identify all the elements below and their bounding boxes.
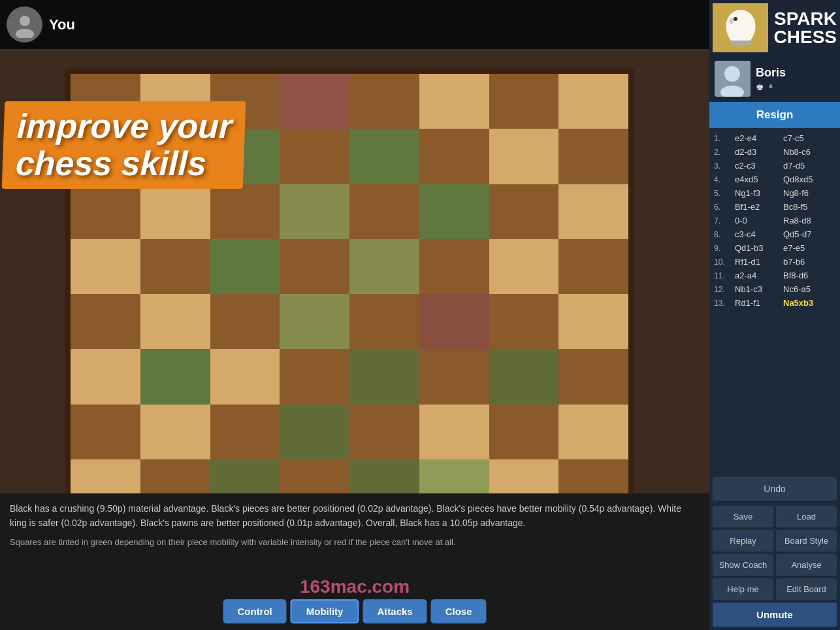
move-black[interactable]: Qd8xd5	[783, 174, 830, 184]
move-white[interactable]: e4xd5	[735, 174, 782, 184]
board-cell-f1[interactable]	[419, 459, 489, 493]
board-cell-d8[interactable]	[280, 74, 349, 129]
board-cell-d4[interactable]	[280, 294, 349, 349]
move-white[interactable]: d2-d3	[735, 147, 782, 157]
move-black[interactable]: Qd5-d7	[783, 229, 830, 239]
move-white[interactable]: e2-e4	[735, 133, 782, 143]
board-cell-h6[interactable]	[558, 184, 628, 239]
board-cell-c6[interactable]	[210, 184, 280, 239]
board-cell-e8[interactable]	[349, 74, 419, 129]
board-cell-h3[interactable]	[558, 349, 628, 404]
board-cell-d1[interactable]	[280, 459, 349, 493]
edit-board-button[interactable]: Edit Board	[776, 578, 837, 600]
board-cell-c5[interactable]	[210, 239, 280, 294]
board-cell-b5[interactable]	[140, 239, 210, 294]
unmute-button[interactable]: Unmute	[713, 603, 837, 627]
move-white[interactable]: Qd1-b3	[735, 243, 782, 253]
move-white[interactable]: c3-c4	[735, 229, 782, 239]
board-cell-c4[interactable]	[210, 294, 280, 349]
board-cell-b1[interactable]	[140, 459, 210, 493]
help-me-button[interactable]: Help me	[713, 578, 773, 600]
move-row[interactable]: 13.Rd1-f1Na5xb3	[713, 296, 837, 310]
move-white[interactable]: Nb1-c3	[735, 284, 782, 294]
move-black[interactable]: Nb8-c6	[783, 147, 830, 157]
board-cell-b4[interactable]	[140, 294, 210, 349]
board-cell-a1[interactable]	[71, 459, 140, 493]
board-cell-b2[interactable]	[140, 405, 210, 459]
board-cell-h7[interactable]	[558, 129, 628, 184]
move-black[interactable]: d7-d5	[783, 161, 830, 171]
board-style-button[interactable]: Board Style	[776, 530, 837, 552]
mobility-button[interactable]: Mobility	[291, 599, 359, 623]
move-row[interactable]: 4.e4xd5Qd8xd5	[713, 173, 837, 186]
close-button[interactable]: Close	[431, 599, 487, 623]
board-cell-g2[interactable]	[489, 405, 559, 459]
board-cell-b6[interactable]	[140, 184, 210, 239]
board-cell-e6[interactable]	[349, 184, 419, 239]
move-white[interactable]: Rf1-d1	[735, 257, 782, 267]
board-cell-a6[interactable]	[71, 184, 140, 239]
board-cell-d3[interactable]	[280, 349, 349, 404]
move-row[interactable]: 10.Rf1-d1b7-b6	[713, 255, 837, 269]
board-cell-f7[interactable]	[419, 129, 489, 184]
move-white[interactable]: Rd1-f1	[735, 298, 782, 308]
board-cell-g4[interactable]	[489, 294, 559, 349]
board-cell-h1[interactable]	[558, 459, 628, 493]
moves-list[interactable]: 1.e2-e4c7-c52.d2-d3Nb8-c63.c2-c3d7-d54.e…	[709, 128, 840, 474]
board-cell-c3[interactable]	[210, 349, 280, 404]
move-row[interactable]: 3.c2-c3d7-d5	[713, 159, 837, 173]
move-black[interactable]: b7-b6	[783, 257, 830, 267]
board-cell-f5[interactable]	[419, 239, 489, 294]
board-cell-d7[interactable]	[280, 129, 349, 184]
show-coach-button[interactable]: Show Coach	[713, 554, 773, 576]
undo-button[interactable]: Undo	[713, 477, 837, 501]
board-cell-g6[interactable]	[489, 184, 559, 239]
move-row[interactable]: 11.a2-a4Bf8-d6	[713, 269, 837, 282]
move-row[interactable]: 6.Bf1-e2Bc8-f5	[713, 200, 837, 214]
board-cell-e7[interactable]	[349, 129, 419, 184]
move-row[interactable]: 2.d2-d3Nb8-c6	[713, 145, 837, 159]
analyse-button[interactable]: Analyse	[776, 554, 837, 576]
move-row[interactable]: 7.0-0Ra8-d8	[713, 214, 837, 227]
load-button[interactable]: Load	[776, 506, 837, 527]
board-cell-f6[interactable]	[419, 184, 489, 239]
board-cell-f3[interactable]	[419, 349, 489, 404]
board-cell-d5[interactable]	[280, 239, 349, 294]
move-white[interactable]: 0-0	[735, 216, 782, 225]
board-cell-e5[interactable]	[349, 239, 419, 294]
board-cell-c1[interactable]	[210, 459, 280, 493]
move-black[interactable]: Ng8-f6	[783, 188, 830, 198]
board-cell-g3[interactable]	[489, 349, 559, 404]
move-row[interactable]: 5.Ng1-f3Ng8-f6	[713, 186, 837, 200]
move-row[interactable]: 9.Qd1-b3e7-e5	[713, 241, 837, 255]
attacks-button[interactable]: Attacks	[363, 599, 427, 623]
board-cell-g5[interactable]	[489, 239, 559, 294]
board-cell-h5[interactable]	[558, 239, 628, 294]
move-white[interactable]: c2-c3	[735, 161, 782, 171]
replay-button[interactable]: Replay	[713, 530, 773, 552]
board-cell-d6[interactable]	[280, 184, 349, 239]
board-cell-a3[interactable]	[71, 349, 140, 404]
board-cell-g1[interactable]	[489, 459, 559, 493]
board-cell-f2[interactable]	[419, 405, 489, 459]
move-white[interactable]: Bf1-e2	[735, 202, 782, 212]
board-cell-e2[interactable]	[349, 405, 419, 459]
move-black[interactable]: Bc8-f5	[783, 202, 830, 212]
board-cell-f8[interactable]	[419, 74, 489, 129]
move-black[interactable]: e7-e5	[783, 243, 830, 253]
board-cell-a2[interactable]	[71, 405, 140, 459]
move-black[interactable]: Bf8-d6	[783, 271, 830, 280]
board-cell-g7[interactable]	[489, 129, 559, 184]
control-button[interactable]: Control	[223, 599, 286, 623]
move-black[interactable]: c7-c5	[783, 133, 830, 143]
board-cell-e1[interactable]	[349, 459, 419, 493]
move-black[interactable]: Ra8-d8	[783, 216, 830, 225]
board-cell-e3[interactable]	[349, 349, 419, 404]
board-cell-g8[interactable]	[489, 74, 559, 129]
move-row[interactable]: 12.Nb1-c3Nc6-a5	[713, 282, 837, 296]
board-cell-h4[interactable]	[558, 294, 628, 349]
board-cell-d2[interactable]	[280, 405, 349, 459]
move-white[interactable]: Ng1-f3	[735, 188, 782, 198]
move-row[interactable]: 1.e2-e4c7-c5	[713, 131, 837, 145]
board-cell-a4[interactable]	[71, 294, 140, 349]
